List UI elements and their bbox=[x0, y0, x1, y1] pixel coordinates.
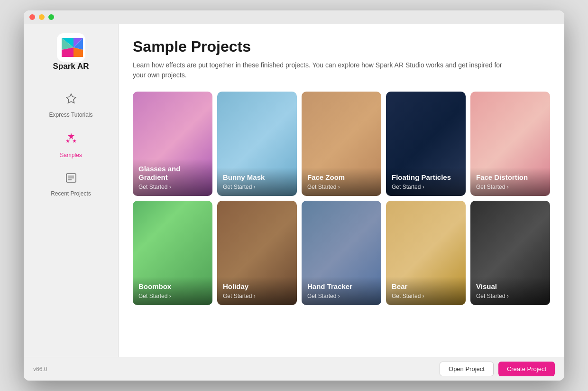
project-name-glasses: Glasses and Gradient bbox=[138, 165, 207, 182]
app-body: Spark AR Express Tutorials bbox=[24, 24, 564, 357]
minimize-button[interactable] bbox=[39, 14, 45, 20]
app-name: Spark AR bbox=[53, 62, 89, 71]
project-card-holiday[interactable]: Holiday Get Started › bbox=[217, 201, 297, 305]
card-overlay-distortion: Face Distortion Get Started › bbox=[470, 168, 550, 196]
card-overlay-bunny: Bunny Mask Get Started › bbox=[217, 168, 297, 196]
get-started-bunny: Get Started › bbox=[223, 184, 291, 190]
sidebar-item-tutorials[interactable]: Express Tutorials bbox=[24, 85, 118, 125]
project-card-glasses[interactable]: Glasses and Gradient Get Started › bbox=[133, 92, 212, 196]
get-started-particles: Get Started › bbox=[392, 184, 460, 190]
main-content: Sample Projects Learn how effects are pu… bbox=[119, 24, 564, 357]
close-button[interactable] bbox=[29, 14, 35, 20]
recent-icon bbox=[65, 172, 77, 187]
card-overlay-hand: Hand Tracker Get Started › bbox=[302, 277, 381, 305]
card-overlay-bear: Bear Get Started › bbox=[386, 277, 466, 305]
bottom-bar: v66.0 Open Project Create Project bbox=[24, 357, 564, 381]
project-name-facezoom: Face Zoom bbox=[307, 173, 376, 182]
sidebar: Spark AR Express Tutorials bbox=[24, 24, 119, 357]
get-started-glasses: Get Started › bbox=[138, 184, 207, 190]
project-card-facezoom[interactable]: Face Zoom Get Started › bbox=[302, 92, 381, 196]
project-card-boombox[interactable]: Boombox Get Started › bbox=[133, 201, 212, 305]
page-description: Learn how effects are put together in th… bbox=[133, 60, 512, 80]
title-bar bbox=[24, 10, 564, 24]
version-label: v66.0 bbox=[33, 366, 47, 372]
get-started-hand: Get Started › bbox=[307, 293, 376, 299]
project-name-holiday: Holiday bbox=[223, 282, 291, 291]
card-overlay-particles: Floating Particles Get Started › bbox=[386, 168, 466, 196]
card-overlay-holiday: Holiday Get Started › bbox=[217, 277, 297, 305]
card-overlay-visual: Visual Get Started › bbox=[470, 277, 550, 305]
maximize-button[interactable] bbox=[48, 14, 54, 20]
spark-logo bbox=[57, 33, 85, 62]
card-overlay-glasses: Glasses and Gradient Get Started › bbox=[133, 159, 212, 196]
project-name-particles: Floating Particles bbox=[392, 173, 460, 182]
samples-icon bbox=[64, 131, 78, 149]
get-started-bear: Get Started › bbox=[392, 293, 460, 299]
open-project-button[interactable]: Open Project bbox=[440, 362, 494, 376]
project-name-bunny: Bunny Mask bbox=[223, 173, 291, 182]
project-card-distortion[interactable]: Face Distortion Get Started › bbox=[470, 92, 550, 196]
get-started-visual: Get Started › bbox=[476, 293, 544, 299]
get-started-holiday: Get Started › bbox=[223, 293, 291, 299]
project-name-visual: Visual bbox=[476, 282, 544, 291]
project-name-hand: Hand Tracker bbox=[307, 282, 376, 291]
sidebar-item-samples[interactable]: Samples bbox=[24, 125, 118, 165]
get-started-facezoom: Get Started › bbox=[307, 184, 376, 190]
project-card-particles[interactable]: Floating Particles Get Started › bbox=[386, 92, 466, 196]
create-project-button[interactable]: Create Project bbox=[498, 362, 555, 376]
get-started-distortion: Get Started › bbox=[476, 184, 544, 190]
project-card-visual[interactable]: Visual Get Started › bbox=[470, 201, 550, 305]
app-window: Spark AR Express Tutorials bbox=[24, 10, 564, 381]
project-card-bunny[interactable]: Bunny Mask Get Started › bbox=[217, 92, 297, 196]
recent-label: Recent Projects bbox=[51, 190, 91, 197]
projects-grid: Glasses and Gradient Get Started › Bunny… bbox=[133, 92, 550, 305]
project-card-bear[interactable]: Bear Get Started › bbox=[386, 201, 466, 305]
bottom-buttons: Open Project Create Project bbox=[440, 362, 555, 376]
project-name-boombox: Boombox bbox=[138, 282, 207, 291]
card-overlay-boombox: Boombox Get Started › bbox=[133, 277, 212, 305]
tutorials-icon bbox=[64, 92, 78, 109]
sidebar-item-recent[interactable]: Recent Projects bbox=[24, 165, 118, 204]
project-name-distortion: Face Distortion bbox=[476, 173, 544, 182]
project-name-bear: Bear bbox=[392, 282, 460, 291]
get-started-boombox: Get Started › bbox=[138, 293, 207, 299]
logo-container: Spark AR bbox=[53, 33, 89, 71]
samples-label: Samples bbox=[60, 152, 82, 158]
card-overlay-facezoom: Face Zoom Get Started › bbox=[302, 168, 381, 196]
project-card-hand[interactable]: Hand Tracker Get Started › bbox=[302, 201, 381, 305]
page-title: Sample Projects bbox=[133, 38, 550, 56]
tutorials-label: Express Tutorials bbox=[49, 112, 92, 118]
